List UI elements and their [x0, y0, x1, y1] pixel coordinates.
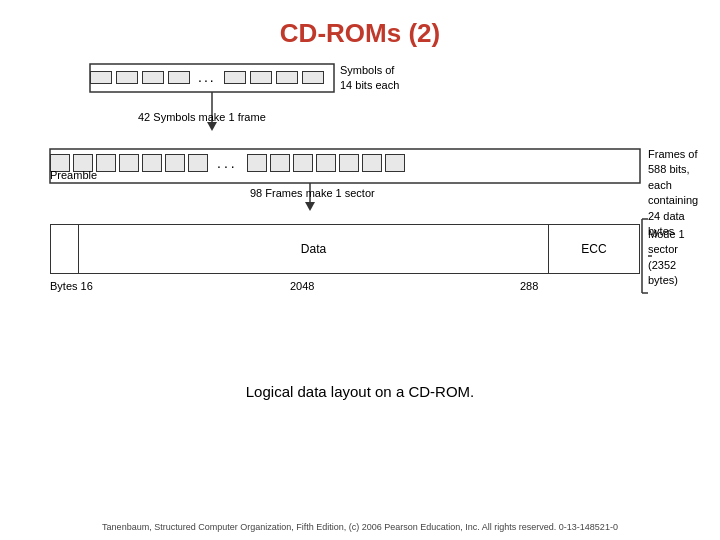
frame-box-3 — [96, 154, 116, 172]
diagram-area: ... Symbols of14 bits each 42 Symbols ma… — [30, 59, 690, 369]
label-frames-right: Frames of 588 bits,each containing24 dat… — [648, 147, 698, 239]
label-symbols: Symbols of14 bits each — [340, 63, 399, 94]
svg-marker-5 — [305, 202, 315, 211]
label-bytes288: 288 — [520, 280, 538, 292]
frame-row: ... — [50, 154, 405, 172]
frame-dots: ... — [217, 155, 238, 171]
sector-row: Data ECC — [50, 224, 640, 274]
footer: Tanenbaum, Structured Computer Organizat… — [0, 522, 720, 532]
frame-box-10 — [293, 154, 313, 172]
label-bytes16: Bytes 16 — [50, 280, 93, 292]
sym-box-7 — [276, 71, 298, 84]
frame-box-9 — [270, 154, 290, 172]
sym-box-2 — [116, 71, 138, 84]
label-frames-text: Frames of 588 bits,each containing24 dat… — [648, 148, 698, 237]
frame-box-12 — [339, 154, 359, 172]
sym-box-5 — [224, 71, 246, 84]
sym-dots: ... — [198, 69, 216, 85]
frame-box-14 — [385, 154, 405, 172]
sym-box-3 — [142, 71, 164, 84]
label-preamble: Preamble — [50, 169, 97, 181]
page-title: CD-ROMs (2) — [280, 18, 440, 49]
sym-box-6 — [250, 71, 272, 84]
label-42: 42 Symbols make 1 frame — [138, 111, 266, 123]
frame-box-7 — [188, 154, 208, 172]
caption: Logical data layout on a CD-ROM. — [246, 383, 474, 400]
label-symbols-text: Symbols of14 bits each — [340, 64, 399, 91]
diagram-svg — [30, 59, 690, 369]
symbol-row: ... — [90, 69, 324, 85]
frame-box-11 — [316, 154, 336, 172]
frame-box-4 — [119, 154, 139, 172]
sector-ecc: ECC — [549, 225, 639, 273]
label-bytes2048: 2048 — [290, 280, 314, 292]
frame-box-6 — [165, 154, 185, 172]
label-mode1-text: Mode 1sector(2352 bytes) — [648, 228, 685, 286]
frame-box-8 — [247, 154, 267, 172]
sector-preamble — [51, 225, 79, 273]
sym-box-4 — [168, 71, 190, 84]
sym-box-1 — [90, 71, 112, 84]
frame-box-5 — [142, 154, 162, 172]
svg-marker-2 — [207, 122, 217, 131]
sector-data: Data — [79, 225, 549, 273]
sym-box-8 — [302, 71, 324, 84]
label-mode1: Mode 1sector(2352 bytes) — [648, 227, 690, 289]
page-container: CD-ROMs (2) ... — [0, 0, 720, 540]
frame-box-13 — [362, 154, 382, 172]
label-98: 98 Frames make 1 sector — [250, 187, 375, 199]
